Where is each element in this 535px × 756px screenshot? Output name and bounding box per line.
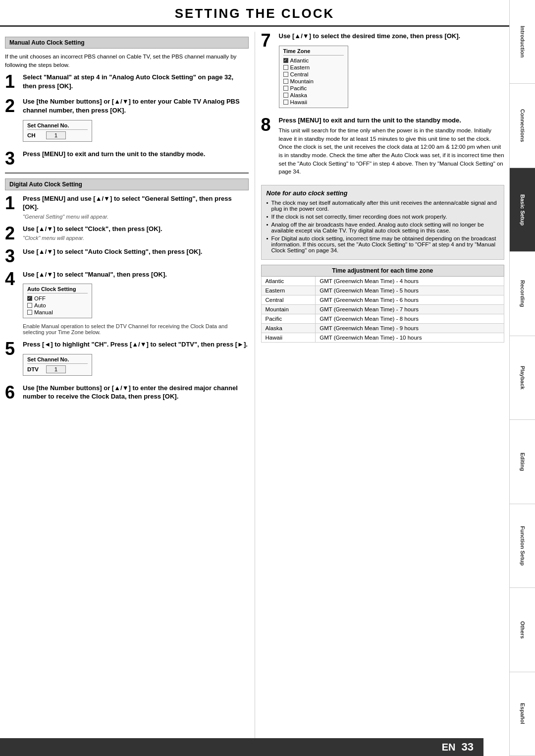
mountain-label: Mountain [290,78,314,84]
tz-gmt: GMT (Greenwich Mean Time) - 6 hours [316,295,504,305]
sidebar-tab-espanol[interactable]: Español [510,672,535,756]
digital-step-3-title: Use [▲/▼] to select "Auto Clock Setting"… [23,247,249,256]
pacific-label: Pacific [290,85,307,91]
sidebar-tab-basic-setup[interactable]: Basic Setup [510,168,535,252]
right-step-7: 7 Use [▲/▼] to select the desired time z… [261,32,505,111]
table-row: HawaiiGMT (Greenwich Mean Time) - 10 hou… [261,333,504,343]
tz-zone: Pacific [261,314,316,324]
sidebar-tab-function-setup[interactable]: Function Setup [510,504,535,588]
auto-label: Auto [34,302,46,308]
sidebar-tab-recording[interactable]: Recording [510,252,535,336]
table-row: MountainGMT (Greenwich Mean Time) - 7 ho… [261,305,504,314]
set-channel-box-1-title: Set Channel No. [27,122,88,130]
digital-step-1-sub: "General Setting" menu will appear. [23,214,249,220]
digital-step-2-sub: "Clock" menu will appear. [23,235,249,241]
digital-step-1-num: 1 [5,194,19,212]
digital-step-6: 6 Use [the Number buttons] or [▲/▼] to e… [5,384,249,403]
manual-checkbox[interactable] [27,310,32,315]
tz-zone: Central [261,295,316,305]
sidebar-tab-playback[interactable]: Playback [510,336,535,420]
eastern-checkbox[interactable] [283,65,288,70]
digital-step-2-num: 2 [5,225,19,242]
tz-gmt: GMT (Greenwich Mean Time) - 7 hours [316,305,504,314]
sidebar-tab-editing[interactable]: Editing [510,420,535,504]
digital-step-3-num: 3 [5,247,19,265]
note-title: Note for auto clock setting [267,189,499,197]
note-item-3: Analog off the air broadcasts have ended… [267,222,499,233]
alaska-label: Alaska [290,92,308,98]
digital-step-2: 2 Use [▲/▼] to select "Clock", then pres… [5,225,249,242]
bottom-page-number: 33 [462,741,474,754]
page-title: SETTING THE CLOCK [175,6,335,21]
tz-table-header: Time adjustment for each time zone [261,265,504,277]
atlantic-label: Atlantic [290,58,309,63]
mountain-checkbox[interactable] [283,79,288,84]
auto-checkbox[interactable] [27,303,32,308]
page-title-bar: SETTING THE CLOCK [0,0,509,27]
sidebar-tab-others[interactable]: Others [510,588,535,672]
digital-step-1: 1 Press [MENU] and use [▲/▼] to select "… [5,194,249,220]
central-label: Central [290,71,309,77]
tz-zone: Alaska [261,324,316,333]
note-item-4: For Digital auto clock setting, incorrec… [267,235,499,253]
eastern-label: Eastern [290,64,310,70]
auto-clock-setting-box: Auto Clock Setting OFF Auto Manual [23,284,92,318]
digital-step-5-title: Press [◄] to highlight "CH". Press [▲/▼]… [23,340,249,349]
digital-step-5-num: 5 [5,340,19,358]
note-item-2: If the clock is not set correctly, timer… [267,214,499,220]
bottom-en-label: EN [442,742,456,753]
right-step-7-title: Use [▲/▼] to select the desired time zon… [279,32,505,41]
manual-step-3-num: 3 [5,150,19,168]
table-row: AtlanticGMT (Greenwich Mean Time) - 4 ho… [261,277,504,286]
off-checkbox[interactable] [27,296,32,301]
tz-gmt: GMT (Greenwich Mean Time) - 8 hours [316,314,504,324]
manual-step-1: 1 Select "Manual" at step 4 in "Analog A… [5,73,249,92]
right-step-8: 8 Press [MENU] to exit and turn the unit… [261,116,505,180]
off-label: OFF [34,295,46,301]
right-step-8-title: Press [MENU] to exit and turn the unit t… [279,116,505,125]
digital-step-6-num: 6 [5,384,19,402]
pacific-checkbox[interactable] [283,86,288,91]
dtv-value: 1 [46,365,66,373]
set-channel-box-2: Set Channel No. DTV 1 [23,354,92,376]
enable-text: Enable Manual operation to select the DT… [23,323,249,335]
hawaii-label: Hawaii [290,99,308,105]
manual-section-header: Manual Auto Clock Setting [5,37,249,49]
sidebar-tab-connections[interactable]: Connections [510,84,535,168]
table-row: AlaskaGMT (Greenwich Mean Time) - 9 hour… [261,324,504,333]
tz-zone: Eastern [261,286,316,295]
digital-step-3: 3 Use [▲/▼] to select "Auto Clock Settin… [5,247,249,265]
digital-step-2-title: Use [▲/▼] to select "Clock", then press … [23,225,249,233]
sidebar-tab-introduction[interactable]: Introduction [510,0,535,84]
atlantic-checkbox[interactable] [283,58,288,63]
timezone-table: Time adjustment for each time zone Atlan… [261,265,505,343]
right-step-7-num: 7 [261,32,275,50]
central-checkbox[interactable] [283,72,288,77]
manual-step-3: 3 Press [MENU] to exit and turn the unit… [5,150,249,168]
manual-step-1-num: 1 [5,73,19,91]
note-item-1: The clock may set itself automatically a… [267,200,499,212]
set-channel-box-1: Set Channel No. CH 1 [23,120,92,142]
note-box: Note for auto clock setting The clock ma… [261,185,505,260]
manual-step-1-title: Select "Manual" at step 4 in "Analog Aut… [23,73,249,90]
digital-step-1-title: Press [MENU] and use [▲/▼] to select "Ge… [23,194,249,212]
alaska-checkbox[interactable] [283,93,288,98]
manual-step-2: 2 Use [the Number buttons] or [▲/▼] to e… [5,97,249,144]
auto-clock-box-title: Auto Clock Setting [27,286,88,293]
set-channel-box-2-title: Set Channel No. [27,356,88,364]
ch-value-1: 1 [46,131,66,139]
tz-zone: Mountain [261,305,316,314]
time-zone-box: Time Zone Atlantic Eastern Central [279,46,348,108]
right-column: 7 Use [▲/▼] to select the desired time z… [255,32,505,756]
tz-zone: Hawaii [261,333,316,343]
manual-step-2-num: 2 [5,97,19,115]
digital-section-header: Digital Auto Clock Setting [5,178,249,190]
tz-zone: Atlantic [261,277,316,286]
hawaii-checkbox[interactable] [283,100,288,105]
right-sidebar: Introduction Connections Basic Setup Rec… [509,0,535,756]
two-column-layout: Manual Auto Clock Setting If the unit ch… [0,32,509,756]
table-row: CentralGMT (Greenwich Mean Time) - 6 hou… [261,295,504,305]
manual-intro-text: If the unit chooses an incorrect PBS cha… [5,53,249,69]
digital-step-6-title: Use [the Number buttons] or [▲/▼] to ent… [23,384,249,401]
time-zone-box-title: Time Zone [283,48,344,56]
